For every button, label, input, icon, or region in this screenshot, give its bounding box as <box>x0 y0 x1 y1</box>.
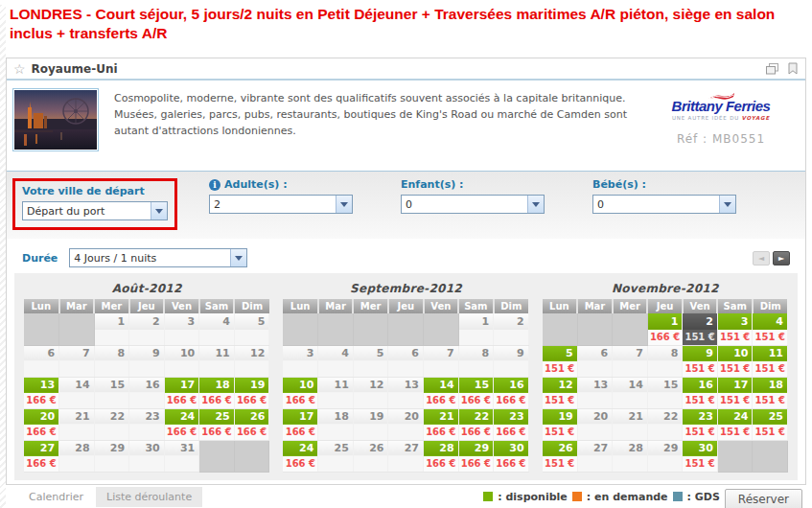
calendar-day-cell[interactable]: 26 <box>543 440 578 456</box>
calendar-price-cell <box>234 361 269 377</box>
calendar-week-price-row: 166 €166 €166 €166 € <box>283 393 528 408</box>
calendar-price-cell <box>458 330 494 345</box>
calendar-day-cell[interactable]: 3 <box>717 313 753 330</box>
calendar-price-cell <box>353 425 388 440</box>
calendar-day-cell <box>199 440 235 456</box>
calendar-day-cell <box>24 313 59 330</box>
calendar-day-cell[interactable]: 30 <box>683 440 718 456</box>
bookmark-icon[interactable] <box>786 62 799 75</box>
calendar-day-cell[interactable]: 24 <box>283 440 318 456</box>
children-value: 0 <box>402 198 527 211</box>
calendar-day-cell: 3 <box>164 313 199 330</box>
calendar-day-cell[interactable]: 13 <box>24 377 59 393</box>
calendar-day-cell[interactable]: 24 <box>164 408 199 425</box>
calendar-week-number-row: 10111213141516 <box>283 377 528 393</box>
calendar-day-cell[interactable]: 21 <box>424 408 459 425</box>
calendar-week-number-row: 12345 <box>24 313 269 330</box>
previous-months-button[interactable] <box>753 251 770 266</box>
weekday-header: Lun <box>543 299 578 313</box>
calendar-day-cell[interactable]: 25 <box>199 408 235 425</box>
calendar-day-cell[interactable]: 28 <box>424 440 459 456</box>
duration-row: Durée 4 Jours / 1 nuits <box>22 248 790 267</box>
calendar-day-cell[interactable]: 25 <box>753 408 788 425</box>
calendar-day-cell[interactable]: 12 <box>543 377 578 393</box>
calendar-week-price-row <box>24 330 269 345</box>
calendar-day-cell[interactable]: 19 <box>234 377 269 393</box>
legend-label: : disponible <box>498 491 568 503</box>
calendar-day-cell[interactable]: 18 <box>753 377 788 393</box>
children-group: Enfant(s) : 0 <box>401 178 592 214</box>
babies-value: 0 <box>593 198 719 211</box>
calendar-day-cell[interactable]: 29 <box>458 440 494 456</box>
calendar-price-cell: 166 € <box>647 330 683 345</box>
duration-select[interactable]: 4 Jours / 1 nuits <box>69 248 247 267</box>
calendar-week-price-row: 166 €166 €166 €166 € <box>24 425 269 440</box>
calendar-day-cell[interactable]: 26 <box>234 408 269 425</box>
calendar-price-cell: 151 € <box>543 425 578 440</box>
calendar-day-cell[interactable]: 22 <box>458 408 494 425</box>
calendar-price-cell <box>458 361 494 377</box>
calendar-price-cell: 151 € <box>683 456 718 472</box>
calendar-day-cell[interactable]: 23 <box>683 408 718 425</box>
calendar-day-cell[interactable]: 4 <box>753 313 788 330</box>
departure-select[interactable]: Départ du port <box>22 201 168 220</box>
tab-liste-deroulante[interactable]: Liste déroulante <box>96 487 202 507</box>
star-icon[interactable]: ☆ <box>13 62 26 76</box>
calendar-day-cell: 4 <box>318 345 354 361</box>
calendar-price-cell: 166 € <box>24 393 59 408</box>
calendar-day-cell[interactable]: 30 <box>494 440 529 456</box>
calendar-day-cell[interactable]: 10 <box>283 377 318 393</box>
calendar-day-cell[interactable]: 23 <box>494 408 529 425</box>
calendar-day-cell[interactable]: 24 <box>717 408 753 425</box>
calendar-day-cell[interactable]: 17 <box>283 408 318 425</box>
calendar-day-cell[interactable]: 11 <box>753 345 788 361</box>
babies-select[interactable]: 0 <box>592 195 736 214</box>
calendar-day-cell[interactable]: 16 <box>683 377 718 393</box>
calendar-day-cell[interactable]: 14 <box>424 377 459 393</box>
calendar-price-cell: 166 € <box>234 425 269 440</box>
calendar-week-number-row: 20212223242526 <box>24 408 269 425</box>
calendar-day-cell[interactable]: 1 <box>647 313 683 330</box>
calendar-day-cell[interactable]: 19 <box>543 408 578 425</box>
tab-calendrier[interactable]: Calendrier <box>18 487 94 507</box>
calendar-price-cell: 151 € <box>683 393 718 408</box>
children-select[interactable]: 0 <box>401 195 545 214</box>
adults-select[interactable]: 2 <box>209 195 353 214</box>
reserve-button[interactable]: Réserver <box>725 489 802 508</box>
calendar-day-cell[interactable]: 15 <box>458 377 494 393</box>
destination-photo <box>12 88 99 151</box>
calendar-day-cell[interactable]: 10 <box>717 345 753 361</box>
calendar-day-cell[interactable]: 27 <box>24 440 59 456</box>
calendar-price-cell <box>388 361 424 377</box>
calendar-day-cell: 6 <box>388 345 424 361</box>
calendar-day-cell <box>234 440 269 456</box>
calendar-day-cell[interactable]: 9 <box>683 345 718 361</box>
calendar-day-cell[interactable]: 16 <box>494 377 529 393</box>
brand-tagline: UNE AUTRE IDÉE DU VOYAGE <box>644 115 798 121</box>
children-label: Enfant(s) : <box>401 178 592 191</box>
calendar-month-title: Septembre-2012 <box>283 279 528 299</box>
calendar-price-cell: 151 € <box>717 361 753 377</box>
calendar-day-cell <box>577 313 613 330</box>
calendar-day-cell[interactable]: 17 <box>164 377 199 393</box>
calendar-day-cell[interactable]: 17 <box>717 377 753 393</box>
calendar-day-cell[interactable]: 2 <box>683 313 718 330</box>
calendar-price-cell <box>129 456 165 472</box>
calendar-day-cell[interactable]: 5 <box>543 345 578 361</box>
calendar-price-cell <box>717 456 753 472</box>
calendar-day-cell <box>424 313 459 330</box>
calendar-price-cell: 151 € <box>543 393 578 408</box>
calendar-day-cell <box>388 313 424 330</box>
calendar-price-cell <box>318 330 354 345</box>
calendar-price-cell <box>543 330 578 345</box>
duplicate-window-icon[interactable] <box>765 62 779 75</box>
weekday-header: Jeu <box>129 299 165 313</box>
calendar-day-cell[interactable]: 20 <box>24 408 59 425</box>
calendar-price-cell: 166 € <box>494 425 529 440</box>
calendar-price-cell <box>424 361 459 377</box>
calendar-day-cell: 7 <box>424 345 459 361</box>
next-months-button[interactable] <box>773 251 790 266</box>
calendar-week-price-row <box>24 361 269 377</box>
calendar-day-cell[interactable]: 18 <box>199 377 235 393</box>
calendar-price-cell <box>753 456 788 472</box>
